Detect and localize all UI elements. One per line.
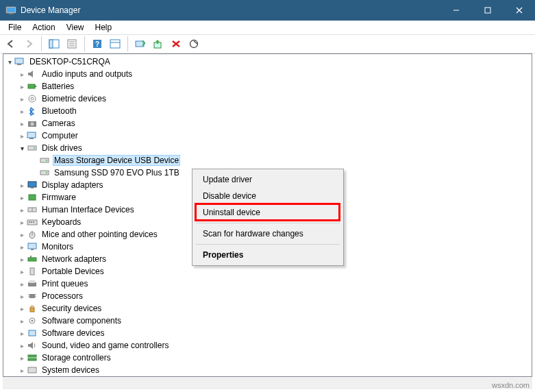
tree-item-printq[interactable]: ▸ Print queues [3, 278, 532, 290]
chevron-right-icon[interactable]: ▸ [17, 106, 27, 116]
back-button[interactable] [3, 36, 19, 52]
chevron-down-icon[interactable]: ▾ [17, 143, 27, 153]
chevron-right-icon[interactable]: ▸ [17, 328, 27, 338]
tree-item-cameras[interactable]: ▸ Cameras [3, 117, 532, 130]
chevron-down-icon[interactable]: ▾ [5, 57, 14, 66]
show-hide-tree-button[interactable] [46, 36, 62, 52]
node-label: Security devices [40, 303, 103, 314]
tree-item-batteries[interactable]: ▸ Batteries [3, 80, 532, 93]
chevron-right-icon[interactable]: ▸ [17, 341, 27, 350]
context-menu: Update driver Disable device Uninstall d… [192, 169, 344, 266]
tree-item-disk[interactable]: ▾ Disk drives [3, 142, 532, 154]
chevron-right-icon[interactable]: ▸ [17, 279, 27, 289]
chevron-right-icon[interactable]: ▸ [17, 304, 27, 313]
chevron-right-icon[interactable]: ▸ [17, 131, 27, 140]
window-title: Device Manager [21, 5, 440, 15]
watermark: wsxdn.com [492, 381, 530, 389]
disable-button[interactable] [186, 36, 202, 52]
chevron-right-icon[interactable]: ▸ [17, 267, 27, 276]
svg-rect-40 [29, 195, 36, 200]
context-uninstall-device[interactable]: Uninstall device [195, 204, 341, 221]
tree-item-portable[interactable]: ▸ Portable Devices [3, 265, 532, 278]
chevron-right-icon[interactable]: ▸ [17, 316, 27, 326]
softdev-icon [27, 328, 38, 339]
node-label: Mass Storage Device USB Device [53, 155, 180, 166]
context-disable-device[interactable]: Disable device [195, 188, 341, 204]
node-label: Cameras [40, 118, 77, 129]
system-icon [27, 365, 38, 376]
root-node[interactable]: ▾ DESKTOP-C51CRQA [3, 56, 532, 68]
context-separator [196, 244, 340, 245]
help-button[interactable]: ? [89, 36, 105, 52]
node-label: Samsung SSD 970 EVO Plus 1TB [53, 167, 181, 178]
svg-rect-51 [28, 258, 36, 261]
chevron-right-icon[interactable]: ▸ [17, 242, 27, 252]
node-label: Processors [40, 291, 84, 302]
tree-item-biometric[interactable]: ▸ Biometric devices [3, 93, 532, 105]
node-label: Keyboards [40, 217, 82, 228]
chevron-right-icon[interactable]: ▸ [17, 205, 27, 215]
menu-view[interactable]: View [61, 21, 90, 34]
context-scan-hardware[interactable]: Scan for hardware changes [195, 225, 341, 242]
menu-help[interactable]: Help [90, 21, 118, 34]
tree-item-bluetooth[interactable]: ▸ Bluetooth [3, 105, 532, 117]
uninstall-button[interactable] [168, 36, 184, 52]
chevron-right-icon[interactable]: ▸ [17, 94, 27, 103]
node-label: Bluetooth [40, 106, 78, 117]
svg-rect-36 [40, 171, 49, 175]
svg-rect-24 [28, 84, 35, 88]
node-label: Batteries [40, 81, 75, 92]
tree-item-sound[interactable]: ▸ Sound, video and game controllers [3, 339, 532, 352]
node-label: Sound, video and game controllers [40, 340, 170, 351]
context-properties[interactable]: Properties [195, 247, 341, 263]
minimize-button[interactable] [440, 0, 472, 21]
node-label: Software components [40, 315, 123, 326]
chevron-right-icon[interactable]: ▸ [17, 254, 27, 264]
tree-item-audio[interactable]: ▸ Audio inputs and outputs [3, 68, 532, 80]
menu-action[interactable]: Action [27, 21, 60, 34]
svg-rect-1 [7, 8, 15, 12]
chevron-right-icon[interactable]: ▸ [17, 82, 27, 91]
node-label: Firmware [40, 192, 77, 203]
action-pane-button[interactable] [107, 36, 123, 52]
tree-item-computer[interactable]: ▸ Computer [3, 130, 532, 142]
sound-icon [27, 340, 38, 351]
menu-file[interactable]: File [3, 21, 27, 34]
svg-rect-15 [110, 40, 120, 48]
svg-rect-8 [49, 40, 53, 48]
tree-item-processors[interactable]: ▸ Processors [3, 290, 532, 302]
chevron-right-icon[interactable]: ▸ [17, 69, 27, 79]
chevron-right-icon[interactable]: ▸ [17, 217, 27, 227]
node-label: DESKTOP-C51CRQA [28, 56, 112, 67]
scan-hardware-button[interactable] [132, 36, 149, 52]
properties-button[interactable] [64, 36, 80, 52]
tree-item-mass-storage[interactable]: Mass Storage Device USB Device [3, 154, 532, 167]
chevron-right-icon[interactable]: ▸ [17, 193, 27, 202]
chevron-right-icon[interactable]: ▸ [17, 230, 27, 239]
forward-button[interactable] [21, 36, 37, 52]
svg-point-29 [31, 123, 34, 126]
menubar: File Action View Help [0, 21, 535, 34]
tree-item-security[interactable]: ▸ Security devices [3, 302, 532, 315]
node-label: Portable Devices [40, 266, 105, 277]
tree-item-system[interactable]: ▸ System devices [3, 364, 532, 376]
tree-item-storage[interactable]: ▸ Storage controllers [3, 352, 532, 364]
svg-point-27 [31, 97, 34, 100]
update-driver-button[interactable] [150, 36, 166, 52]
chevron-right-icon[interactable]: ▸ [17, 353, 27, 363]
context-update-driver[interactable]: Update driver [195, 171, 341, 188]
portable-icon [27, 266, 38, 277]
tree-item-softdev[interactable]: ▸ Software devices [3, 327, 532, 339]
bluetooth-icon [27, 106, 38, 117]
chevron-right-icon[interactable]: ▸ [17, 291, 27, 301]
close-button[interactable] [503, 0, 535, 21]
svg-rect-22 [15, 58, 23, 64]
chevron-right-icon[interactable]: ▸ [17, 180, 27, 190]
monitors-icon [27, 241, 38, 252]
chevron-right-icon[interactable]: ▸ [17, 119, 27, 128]
tree-item-softcomp[interactable]: ▸ Software components [3, 315, 532, 327]
chevron-right-icon[interactable]: ▸ [17, 365, 27, 375]
mice-icon [27, 229, 38, 240]
maximize-button[interactable] [472, 0, 503, 21]
app-icon [5, 5, 16, 16]
